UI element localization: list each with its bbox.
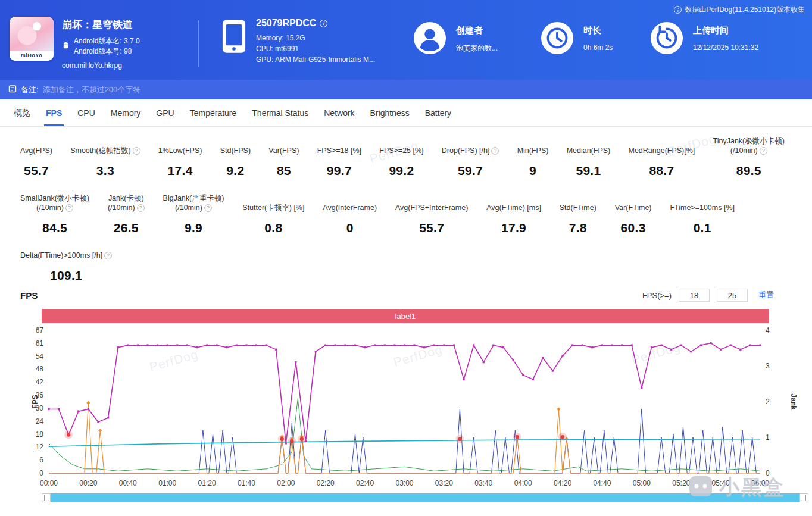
stat-item: FTime>=100ms [%]0.1 [670,203,735,235]
tab-memory[interactable]: Memory [103,99,149,126]
stat-item: TinyJank(极微小卡顿)(/10min)?89.5 [713,136,785,178]
stat-value: 0 [323,221,377,235]
svg-text:04:00: 04:00 [514,479,532,487]
svg-text:02:40: 02:40 [356,479,374,487]
tab-gpu[interactable]: GPU [148,99,182,126]
tab-overview[interactable]: 概览 [6,99,38,126]
svg-text:05:40: 05:40 [712,479,730,487]
fps-chart-svg[interactable]: 06121824303642485461670123400:0000:2000:… [31,326,805,491]
fps-filter-label: FPS(>=) [642,291,672,300]
clock-icon [541,21,574,57]
stats-section: Avg(FPS)55.7Smooth(稳帧指数)?3.31%Low(FPS)17… [0,127,812,283]
help-icon[interactable]: ? [137,204,145,212]
help-icon[interactable]: ? [133,147,140,155]
fps-min-input[interactable] [679,289,710,302]
device-info-icon[interactable]: i [320,20,327,27]
chart-scrollbar[interactable] [42,493,808,502]
help-icon[interactable]: ? [204,204,212,212]
scrollbar-left-handle[interactable] [42,493,51,502]
tab-temperature[interactable]: Temperature [182,99,245,126]
help-icon[interactable]: ? [491,147,499,155]
person-icon [413,21,446,57]
stat-item: Median(FPS)59.1 [567,146,611,178]
info-icon: i [674,6,682,14]
stat-label: 1%Low(FPS) [158,146,202,155]
stat-item: MedRange(FPS)[%]88.7 [628,146,695,178]
stat-value: 9.2 [220,164,251,178]
scrollbar-bar[interactable] [51,493,799,502]
device-memory: Memory: 15.2G [256,33,375,43]
stat-value: 60.3 [615,221,652,235]
fps-max-input[interactable] [717,289,748,302]
svg-text:04:40: 04:40 [593,479,611,487]
stat-item: SmallJank(微小卡顿)(/10min)?84.5 [20,193,89,235]
fps-filter: FPS(>=) 重置 [642,289,774,302]
collector-note-text: 数据由PerfDog(11.4.251012)版本收集 [685,5,805,15]
svg-text:02:00: 02:00 [277,479,295,487]
stat-item: BigJank(严重卡顿)(/10min)?9.9 [163,193,224,235]
fps-chart[interactable]: 06121824303642485461670123400:0000:2000:… [31,326,812,493]
android-version-name: Android版本名: 3.7.0 [74,36,140,46]
stat-label: Jank(卡顿) [108,193,145,203]
tab-cpu[interactable]: CPU [70,99,103,126]
header: i 数据由PerfDog(11.4.251012)版本收集 miHoYo 崩坏：… [0,0,812,80]
stats-row-1: Avg(FPS)55.7Smooth(稳帧指数)?3.31%Low(FPS)17… [0,136,812,178]
stat-label: Var(FPS) [268,146,299,155]
creator-value: 泡芙家的数... [456,43,498,54]
stat-item: Avg(FPS)55.7 [20,146,52,178]
stat-label: Median(FPS) [567,146,611,155]
stat-item: Jank(卡顿)(/10min)?26.5 [108,193,145,235]
stat-value: 59.7 [442,164,499,178]
history-clock-icon [650,21,683,57]
svg-text:4: 4 [766,326,770,334]
series-label-banner[interactable]: label1 [42,309,769,323]
notes-input[interactable] [43,85,317,94]
stat-value: 0.8 [242,221,304,235]
stat-label: FPS>=25 [%] [379,146,423,155]
tab-fps[interactable]: FPS [38,99,70,126]
stat-value: 7.8 [560,221,596,235]
svg-text:61: 61 [36,339,44,348]
stat-label: Drop(FPS) [/h]? [442,146,499,155]
grip-icon [802,495,806,501]
stat-value: 88.7 [628,164,695,178]
svg-text:06:00: 06:00 [751,479,769,487]
stat-value: 55.7 [20,164,52,178]
stat-label: Avg(InterFrame) [323,203,377,212]
svg-text:6: 6 [39,456,43,464]
stat-label: Avg(FPS+InterFrame) [395,203,468,212]
tab-network[interactable]: Network [316,99,362,126]
stat-value: 17.9 [486,221,541,235]
stat-value: 9.9 [163,221,224,235]
duration-value: 0h 6m 2s [583,43,613,52]
help-icon[interactable]: ? [760,147,767,155]
grip-icon [44,495,48,501]
device-gpu: GPU: ARM Mali-G925-Immortalis M... [256,54,375,65]
scrollbar-right-handle[interactable] [799,493,808,502]
stat-label: Var(FTime) [615,203,652,212]
stat-value: 55.7 [395,221,468,235]
creator-label: 创建者 [456,25,498,36]
stat-value: 26.5 [108,221,145,235]
help-icon[interactable]: ? [104,252,112,259]
svg-text:00:40: 00:40 [119,479,137,487]
tab-thermal-status[interactable]: Thermal Status [244,99,316,126]
svg-text:05:20: 05:20 [672,479,690,487]
tab-brightness[interactable]: Brightness [363,99,417,126]
tab-battery[interactable]: Battery [417,99,459,126]
help-icon[interactable]: ? [65,204,73,212]
tab-bar: 概览 FPS CPU Memory GPU Temperature Therma… [0,99,812,127]
android-icon [62,41,70,52]
device-cpu: CPU: mt6991 [256,43,375,54]
stat-label: SmallJank(微小卡顿) [20,193,89,203]
duration-label: 时长 [583,25,613,36]
stat-item: Std(FPS)9.2 [220,146,251,178]
svg-text:Jank: Jank [789,393,798,410]
upload-time-label: 上传时间 [693,25,758,36]
svg-text:00:20: 00:20 [79,479,97,487]
svg-text:12: 12 [36,443,44,451]
stat-label-line2: (/10min)? [163,203,224,212]
svg-text:18: 18 [36,430,44,439]
app-block: miHoYo 崩坏：星穹铁道 Android版本名: 3.7.0 Android… [10,17,140,70]
reset-link[interactable]: 重置 [758,290,774,301]
